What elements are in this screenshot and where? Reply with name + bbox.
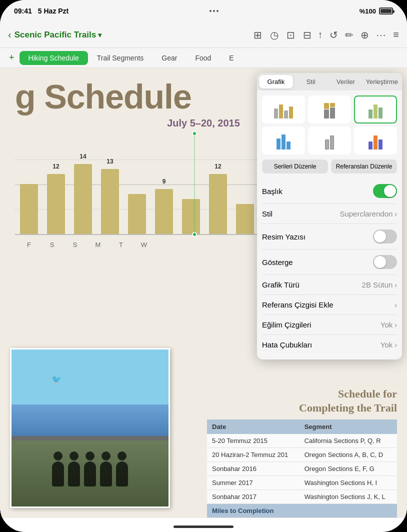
setting-hata-cubuklari[interactable]: Hata Çubukları Yok ›	[262, 335, 397, 354]
document-title[interactable]: Scenic Pacific Trails ▾	[14, 30, 102, 40]
table-header-date: Date	[207, 420, 300, 434]
chart-bar-3: 14	[74, 164, 92, 234]
chart-bar-7	[182, 199, 200, 234]
more-icon[interactable]: ⊕	[360, 29, 369, 41]
status-date: 5 Haz Pzt	[38, 7, 68, 15]
share-icon[interactable]: ↑	[318, 29, 322, 40]
dots-icon[interactable]: ⋯	[376, 29, 386, 41]
setting-hatacubuklari-label: Hata Çubukları	[262, 340, 380, 349]
toolbar: ‹ Scenic Pacific Trails ▾ ⊞ ◷ ⊡ ⊟ ↑ ↺ ✏ …	[0, 22, 407, 48]
panel-tab-grafik[interactable]: Grafik	[259, 75, 293, 88]
tab-gear[interactable]: Gear	[152, 51, 186, 65]
chart-bar-5	[128, 194, 146, 234]
references-edit-button[interactable]: Referansları Düzenle	[331, 160, 397, 174]
setting-baslik: Başlık	[262, 178, 397, 204]
schedule-heading: Schedule forCompleting the Trail	[207, 387, 397, 416]
series-edit-button[interactable]: Serileri Düzenle	[262, 160, 328, 174]
people-silhouettes	[52, 462, 128, 486]
chart-bar-4: 13	[101, 169, 119, 234]
chevron-right-icon-4: ›	[394, 321, 397, 329]
tab-food[interactable]: Food	[186, 51, 220, 65]
chart-type-col-selected[interactable]	[354, 96, 397, 124]
table-icon[interactable]: ⊞	[254, 29, 262, 41]
chevron-right-icon: ›	[394, 210, 397, 218]
chevron-right-icon-3: ›	[394, 301, 397, 309]
media-icon[interactable]: ⊟	[303, 29, 312, 41]
status-time: 09:41	[14, 7, 32, 15]
chart-bar-1	[20, 184, 38, 234]
chart-type-stacked-bar[interactable]	[308, 96, 351, 124]
chart-bar-6: 9	[155, 189, 173, 234]
table-row: Sonbahar 2017 Washington Sections J, K, …	[207, 490, 397, 504]
xaxis-label-w: W	[135, 241, 153, 248]
table-header-segment: Segment	[300, 420, 397, 434]
setting-stil[interactable]: Stil Superclarendon ›	[262, 204, 397, 224]
setting-resim-yazisi: Resim Yazısı	[262, 224, 397, 250]
gosterge-toggle[interactable]	[373, 255, 397, 269]
table-row-miles: Miles to Completion	[207, 504, 397, 518]
chart-type-grid	[262, 96, 397, 154]
textbox-icon[interactable]: ⊡	[286, 29, 295, 41]
chart-bar-8: 12	[209, 174, 227, 234]
setting-egilimcizgileri-label: Eğilim Çizgileri	[262, 320, 380, 329]
chart-bar-9	[236, 204, 254, 234]
setting-baslik-label: Başlık	[262, 187, 373, 196]
chevron-right-icon-2: ›	[394, 281, 397, 289]
battery-icon	[379, 8, 393, 14]
chart-selection-line	[194, 135, 195, 234]
setting-grafikturu-label: Grafik Türü	[262, 280, 362, 289]
panel-tab-yerlestirme[interactable]: Yerleştirme	[364, 75, 400, 88]
setting-grafikturu-value: 2B Sütun	[362, 280, 393, 289]
setting-stil-value: Superclarendon	[340, 210, 392, 218]
setting-egilim-cizgileri[interactable]: Eğilim Çizgileri Yok ›	[262, 315, 397, 335]
tab-trail-segments[interactable]: Trail Segments	[88, 51, 153, 65]
schedule-section: Schedule forCompleting the Trail Date Se…	[207, 387, 397, 518]
title-dropdown-icon[interactable]: ▾	[98, 31, 102, 39]
setting-referanscizgisi-label: Referans Çizgisi Ekle	[262, 300, 394, 309]
chart-bar-2: 12	[47, 174, 65, 234]
chart-type-col2[interactable]	[262, 126, 305, 154]
setting-gosterge: Gösterge	[262, 250, 397, 275]
xaxis-label-s1: S	[43, 241, 61, 248]
xaxis-label-s2: S	[66, 241, 84, 248]
xaxis-label-m: M	[89, 241, 107, 248]
setting-gosterge-label: Gösterge	[262, 258, 373, 266]
baslik-toggle[interactable]	[373, 184, 397, 198]
home-indicator	[174, 526, 234, 528]
chart-type-grouped-bar[interactable]	[262, 96, 305, 124]
battery-label: %100	[360, 8, 376, 15]
document-tabs: + Hiking Schedule Trail Segments Gear Fo…	[0, 48, 407, 68]
panel-content: Serileri Düzenle Referansları Düzenle Ba…	[257, 90, 402, 360]
device-frame: 09:41 5 Haz Pzt %100 ‹ Scenic Pacific Tr…	[0, 0, 407, 532]
status-bar: 09:41 5 Haz Pzt %100	[0, 0, 407, 22]
chevron-right-icon-5: ›	[394, 341, 397, 349]
setting-egilimcizgileri-value: Yok	[380, 320, 392, 329]
chart-settings-panel: Grafik Stil Veriler Yerleştirme	[257, 73, 402, 360]
layers-icon[interactable]: ≡	[393, 29, 399, 40]
panel-tabs: Grafik Stil Veriler Yerleştirme	[257, 73, 402, 90]
undo-icon[interactable]: ↺	[330, 29, 338, 41]
bird-silhouette: 🐦	[52, 374, 62, 384]
series-buttons-row: Serileri Düzenle Referansları Düzenle	[262, 160, 397, 174]
tab-extra[interactable]: E	[220, 51, 242, 65]
back-button[interactable]: ‹	[8, 29, 12, 40]
setting-referans-cizgisi[interactable]: Referans Çizgisi Ekle ›	[262, 295, 397, 315]
table-row: 20 Haziran-2 Temmuz 201 Oregon Sections …	[207, 448, 397, 462]
setting-resimyazisi-label: Resim Yazısı	[262, 232, 373, 241]
resimyazisi-toggle[interactable]	[373, 230, 397, 244]
status-dots	[210, 10, 218, 12]
chart-icon[interactable]: ◷	[270, 29, 278, 41]
panel-tab-veriler[interactable]: Veriler	[329, 75, 363, 88]
add-tab-button[interactable]: +	[4, 52, 20, 63]
chart-type-blue-bar[interactable]	[354, 126, 397, 154]
tab-hiking-schedule[interactable]: Hiking Schedule	[20, 51, 88, 65]
document-content: g Schedule July 5–20, 2015 12 14 13 9 12…	[0, 68, 407, 518]
table-row: 5-20 Temmuz 2015 California Sections P, …	[207, 434, 397, 448]
setting-grafik-turu[interactable]: Grafik Türü 2B Sütun ›	[262, 275, 397, 295]
chart-type-white-bar[interactable]	[308, 126, 351, 154]
pen-icon[interactable]: ✏	[345, 29, 354, 41]
table-row: Summer 2017 Washington Sections H, I	[207, 476, 397, 490]
setting-stil-label: Stil	[262, 210, 340, 218]
table-row: Sonbahar 2016 Oregon Sections E, F, G	[207, 462, 397, 476]
panel-tab-stil[interactable]: Stil	[294, 75, 328, 88]
